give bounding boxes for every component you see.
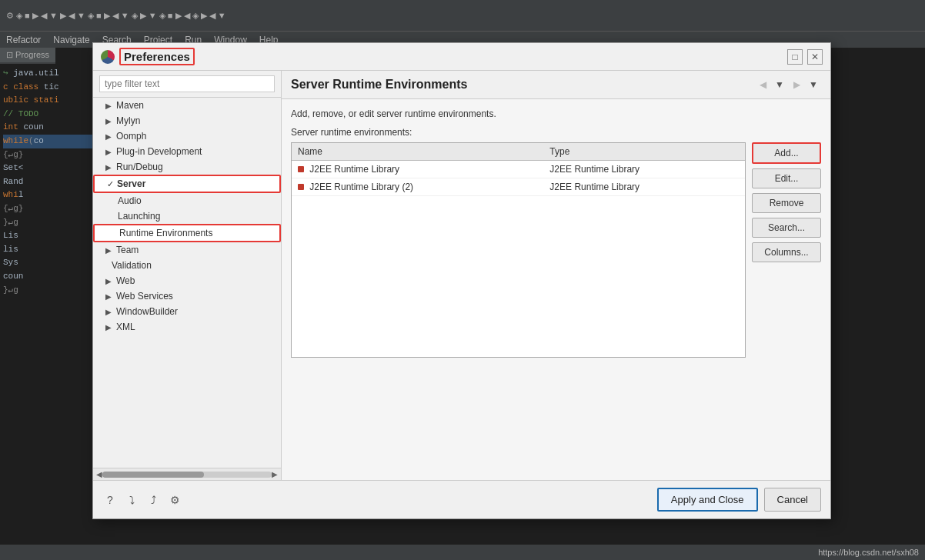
row-marker-icon [298, 166, 304, 172]
add-button[interactable]: Add... [752, 142, 821, 164]
footer-buttons: Apply and Close Cancel [657, 488, 821, 512]
columns-button[interactable]: Columns... [752, 242, 821, 262]
ide-code: ↪ java.util c class tic ublic stati // T… [0, 64, 100, 300]
import-icon[interactable]: ⤵ [124, 492, 139, 508]
export-icon[interactable]: ⤴ [145, 492, 161, 508]
tree-item-maven[interactable]: ▶ Maven [93, 98, 281, 113]
row-marker-icon [298, 184, 304, 190]
arrow-icon: ▶ [105, 132, 113, 141]
toolbar-icon-1: ⚙ ◈ ■ ▶ ◀ ▼ ▶ ◀ ▼ ◈ ■ ▶ ◀ ▼ ◈ ▶ ▼ ◈ ■ ▶ … [6, 11, 226, 21]
arrow-icon: ▶ [105, 246, 113, 255]
runtime-table-area: Name Type J2EE Runtime Library [291, 142, 821, 358]
dialog-controls: □ ✕ [787, 49, 823, 65]
footer-icons: ? ⤵ ⤴ ⚙ [102, 492, 182, 508]
apply-close-button[interactable]: Apply and Close [657, 488, 758, 512]
arrow-icon: ▶ [105, 117, 113, 125]
tree-item-runtime-environments[interactable]: Runtime Environments [93, 224, 281, 242]
ide-editor: ⊡ Progress ↪ java.util c class tic ublic… [0, 48, 100, 560]
settings-icon[interactable]: ⚙ [167, 492, 182, 508]
tree-filter-input[interactable] [99, 75, 275, 92]
scroll-left-icon[interactable]: ◀ [96, 470, 102, 478]
ide-tab: ⊡ Progress [0, 48, 55, 64]
tree-item-team[interactable]: ▶ Team [93, 242, 281, 258]
check-icon: ✓ [107, 179, 114, 189]
arrow-icon: ▶ [105, 163, 113, 172]
tree-item-oomph[interactable]: ▶ Oomph [93, 128, 281, 144]
tree-hscrollbar[interactable] [102, 472, 272, 478]
tree-item-plugin-dev[interactable]: ▶ Plug-in Development [93, 144, 281, 159]
dialog-titlebar: Preferences □ ✕ [93, 43, 830, 71]
edit-button[interactable]: Edit... [752, 168, 821, 188]
table-cell-name-2: J2EE Runtime Library (2) [292, 178, 543, 196]
dialog-title-text: Preferences [119, 48, 195, 65]
nav-forward-button[interactable]: ▶ [789, 77, 804, 92]
content-nav-icons: ◀ ▼ ▶ ▼ [755, 77, 821, 92]
dialog-close-button[interactable]: ✕ [807, 49, 823, 65]
table-cell-type-2: J2EE Runtime Library [543, 178, 745, 196]
nav-forward-dropdown-button[interactable]: ▼ [806, 77, 821, 92]
cancel-button[interactable]: Cancel [764, 488, 821, 512]
arrow-icon: ▶ [105, 102, 113, 110]
arrow-icon: ▶ [105, 323, 113, 332]
table-cell-name-1: J2EE Runtime Library [292, 161, 543, 178]
runtime-table[interactable]: Name Type J2EE Runtime Library [291, 142, 746, 358]
tree-item-server[interactable]: ✓ Server [93, 175, 281, 193]
content-description: Add, remove, or edit server runtime envi… [291, 108, 821, 119]
arrow-icon: ▶ [105, 292, 113, 301]
nav-back-dropdown-button[interactable]: ▼ [772, 77, 787, 92]
nav-back-button[interactable]: ◀ [755, 77, 770, 92]
ide-toolbar: ⚙ ◈ ■ ▶ ◀ ▼ ▶ ◀ ▼ ◈ ■ ▶ ◀ ▼ ◈ ▶ ▼ ◈ ■ ▶ … [0, 0, 925, 31]
tree-content[interactable]: ▶ Maven ▶ Mylyn ▶ Oomph ▶ Plug-in Develo… [93, 98, 281, 468]
table-cell-type-1: J2EE Runtime Library [543, 161, 745, 178]
content-panel: Server Runtime Environments ◀ ▼ ▶ ▼ Add,… [282, 71, 830, 480]
content-header: Server Runtime Environments ◀ ▼ ▶ ▼ [282, 71, 830, 99]
scroll-right-icon[interactable]: ▶ [272, 470, 278, 478]
preferences-icon [101, 50, 115, 64]
tree-panel: ▶ Maven ▶ Mylyn ▶ Oomph ▶ Plug-in Develo… [93, 71, 282, 480]
table-row[interactable]: J2EE Runtime Library (2) J2EE Runtime Li… [292, 178, 745, 196]
dialog-title-left: Preferences [101, 48, 195, 65]
help-icon[interactable]: ? [102, 492, 118, 508]
dialog-minimize-button[interactable]: □ [787, 49, 803, 65]
tree-search [93, 71, 281, 98]
tree-item-web[interactable]: ▶ Web [93, 273, 281, 288]
tree-hscrollbar-thumb [102, 472, 204, 478]
tree-item-mylyn[interactable]: ▶ Mylyn [93, 113, 281, 128]
search-button[interactable]: Search... [752, 218, 821, 238]
preferences-dialog: Preferences □ ✕ ▶ Maven ▶ Mylyn [92, 42, 831, 519]
tree-item-audio[interactable]: Audio [93, 193, 281, 208]
tree-hscrollbar-area: ◀ ▶ [93, 468, 281, 480]
content-body: Add, remove, or edit server runtime envi… [282, 99, 830, 480]
tree-item-launching[interactable]: Launching [93, 208, 281, 224]
arrow-icon: ▶ [105, 277, 113, 285]
arrow-icon: ▶ [105, 148, 113, 156]
menu-refactor[interactable]: Refactor [6, 35, 41, 45]
menu-navigate[interactable]: Navigate [53, 35, 89, 45]
status-bar: https://blog.csdn.net/sxh08 [0, 545, 925, 560]
col-type-header: Type [543, 143, 745, 161]
tree-item-window-builder[interactable]: ▶ WindowBuilder [93, 304, 281, 319]
remove-button[interactable]: Remove [752, 193, 821, 213]
tree-item-web-services[interactable]: ▶ Web Services [93, 288, 281, 304]
status-url: https://blog.csdn.net/sxh08 [818, 548, 919, 557]
tree-item-validation[interactable]: Validation [93, 258, 281, 273]
tree-item-xml[interactable]: ▶ XML [93, 319, 281, 335]
tree-item-run-debug[interactable]: ▶ Run/Debug [93, 159, 281, 175]
runtime-buttons: Add... Edit... Remove Search... Columns.… [752, 142, 821, 358]
dialog-body: ▶ Maven ▶ Mylyn ▶ Oomph ▶ Plug-in Develo… [93, 71, 830, 480]
content-section-label: Server runtime environments: [291, 127, 821, 138]
dialog-footer: ? ⤵ ⤴ ⚙ Apply and Close Cancel [93, 480, 830, 518]
col-name-header: Name [292, 143, 543, 161]
table-row[interactable]: J2EE Runtime Library J2EE Runtime Librar… [292, 161, 745, 178]
arrow-icon: ▶ [105, 308, 113, 316]
content-title: Server Runtime Environments [291, 78, 467, 92]
